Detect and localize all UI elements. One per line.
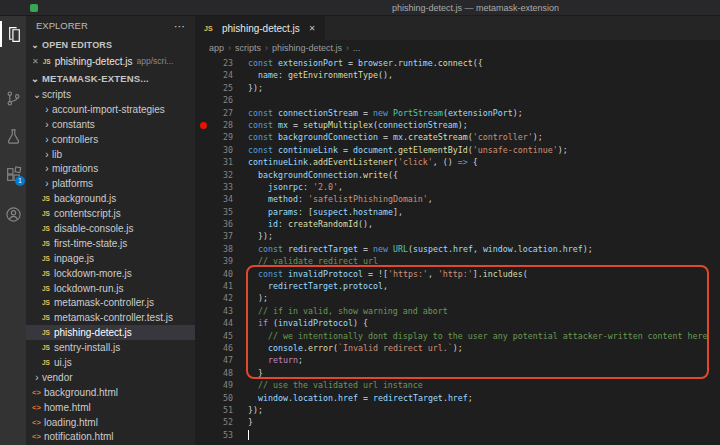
line-number[interactable]: 34 [195,193,233,205]
line-number[interactable]: 36 [195,218,233,230]
tree-item-sentry-install.js[interactable]: sentry-install.js [26,340,195,355]
line-number[interactable]: 26 [195,94,233,106]
code-line-49[interactable]: 49 // use the validated url instance [195,379,720,391]
code-line-37[interactable]: 37 }); [195,230,720,242]
line-number[interactable]: 40 [195,268,233,280]
line-number[interactable]: 38 [195,243,233,255]
tree-item-constants[interactable]: constants [26,117,195,132]
code-line-31[interactable]: 31continueLink.addEventListener('click',… [195,156,720,168]
line-number[interactable]: 31 [195,156,233,168]
tree-item-vendor[interactable]: vendor [26,370,195,385]
code-line-45[interactable]: 45 // we intentionally dont display to t… [195,330,720,342]
code-line-40[interactable]: 40 const invalidProtocol = !['https:', '… [195,268,720,280]
code-line-28[interactable]: 28const mx = setupMultiplex(connectionSt… [195,119,720,131]
line-number[interactable]: 50 [195,392,233,404]
open-editor-item[interactable]: phishing-detect.js app/scri... [26,53,195,69]
code-line-23[interactable]: 23const extensionPort = browser.runtime.… [195,57,720,69]
code-line-26[interactable]: 26 [195,94,720,106]
line-number[interactable]: 29 [195,131,233,143]
explorer-icon[interactable] [0,21,26,47]
code-line-29[interactable]: 29const backgroundConnection = mx.create… [195,131,720,143]
line-number[interactable]: 25 [195,82,233,94]
chevron-right-icon[interactable] [42,134,52,145]
tree-item-lib[interactable]: lib [26,147,195,162]
tree-item-account-import-strategies[interactable]: account-import-strategies [26,102,195,117]
code-line-53[interactable]: 53 [195,429,720,441]
workspace-root-header[interactable]: METAMASK-EXTENS... [26,69,195,87]
code-line-24[interactable]: 24 name: getEnvironmentType(), [195,69,720,81]
code-line-51[interactable]: 51}); [195,404,720,416]
line-number[interactable]: 23 [195,57,233,69]
tree-item-controllers[interactable]: controllers [26,132,195,147]
breadcrumb-item[interactable]: app [209,43,224,53]
tab-phishing-detect[interactable]: phishing-detect.js [195,16,325,40]
line-number[interactable]: 39 [195,255,233,267]
tree-item-background.html[interactable]: background.html [26,385,195,400]
chevron-right-icon[interactable] [42,104,52,115]
line-number[interactable]: 41 [195,280,233,292]
chevron-right-icon[interactable] [42,163,52,174]
code-line-41[interactable]: 41 redirectTarget.protocol, [195,280,720,292]
chevron-right-icon[interactable] [42,149,52,160]
breadcrumb-item[interactable]: ... [353,43,361,53]
tree-item-disable-console.js[interactable]: disable-console.js [26,221,195,236]
line-number[interactable]: 32 [195,169,233,181]
code-line-46[interactable]: 46 console.error(`Invalid redirect url.`… [195,342,720,354]
code-line-42[interactable]: 42 ); [195,292,720,304]
line-number[interactable]: 51 [195,404,233,416]
line-number[interactable]: 52 [195,416,233,428]
code-line-39[interactable]: 39 // validate redirect url [195,255,720,267]
line-number[interactable]: 27 [195,107,233,119]
code-line-44[interactable]: 44 if (invalidProtocol) { [195,317,720,329]
extensions-icon[interactable]: 1 [0,161,26,187]
line-number[interactable]: 53 [195,429,233,441]
tree-item-metamask-controller.js[interactable]: metamask-controller.js [26,295,195,310]
chevron-right-icon[interactable] [42,119,52,130]
close-icon[interactable] [309,24,316,33]
line-number[interactable]: 42 [195,292,233,304]
tree-item-lockdown-run.js[interactable]: lockdown-run.js [26,281,195,296]
line-number[interactable]: 47 [195,354,233,366]
line-number[interactable]: 30 [195,144,233,156]
code-line-48[interactable]: 48 } [195,367,720,379]
tree-item-lockdown-more.js[interactable]: lockdown-more.js [26,266,195,281]
code-line-36[interactable]: 36 id: createRandomId(), [195,218,720,230]
line-number[interactable]: 37 [195,230,233,242]
breadcrumb-item[interactable]: scripts [235,43,261,53]
tree-item-platforms[interactable]: platforms [26,176,195,191]
tree-item-metamask-controller.test.js[interactable]: metamask-controller.test.js [26,310,195,325]
code-line-52[interactable]: 52} [195,416,720,428]
tree-item-phishing-detect.js[interactable]: phishing-detect.js [26,325,195,340]
tree-item-background.js[interactable]: background.js [26,191,195,206]
code-line-50[interactable]: 50 window.location.href = redirectTarget… [195,392,720,404]
code-editor[interactable]: 23const extensionPort = browser.runtime.… [195,55,720,445]
line-number[interactable]: 43 [195,305,233,317]
code-line-25[interactable]: 25}); [195,82,720,94]
tree-item-notification.html[interactable]: notification.html [26,429,195,444]
line-number[interactable]: 48 [195,367,233,379]
test-beaker-icon[interactable] [0,123,26,149]
tree-item-contentscript.js[interactable]: contentscript.js [26,206,195,221]
code-line-27[interactable]: 27const connectionStream = new PortStrea… [195,107,720,119]
more-actions-icon[interactable] [174,16,185,37]
open-editors-header[interactable]: OPEN EDITORS [26,36,195,53]
code-line-34[interactable]: 34 method: 'safelistPhishingDomain', [195,193,720,205]
chevron-down-icon[interactable] [32,89,42,100]
tree-item-migrations[interactable]: migrations [26,161,195,176]
line-number[interactable]: 35 [195,206,233,218]
line-number[interactable]: 45 [195,330,233,342]
tree-item-ui.js[interactable]: ui.js [26,355,195,370]
tree-item-loading.html[interactable]: loading.html [26,415,195,430]
line-number[interactable]: 46 [195,342,233,354]
tree-item-scripts[interactable]: scripts [26,87,195,102]
code-line-30[interactable]: 30const continueLink = document.getEleme… [195,144,720,156]
code-line-33[interactable]: 33 jsonrpc: '2.0', [195,181,720,193]
line-number[interactable]: 44 [195,317,233,329]
tree-item-first-time-state.js[interactable]: first-time-state.js [26,236,195,251]
chevron-right-icon[interactable] [42,178,52,189]
line-number[interactable]: 33 [195,181,233,193]
source-control-icon[interactable] [0,85,26,111]
account-icon[interactable] [0,201,26,227]
breakpoint-dot[interactable] [200,122,207,129]
code-line-32[interactable]: 32 backgroundConnection.write({ [195,169,720,181]
